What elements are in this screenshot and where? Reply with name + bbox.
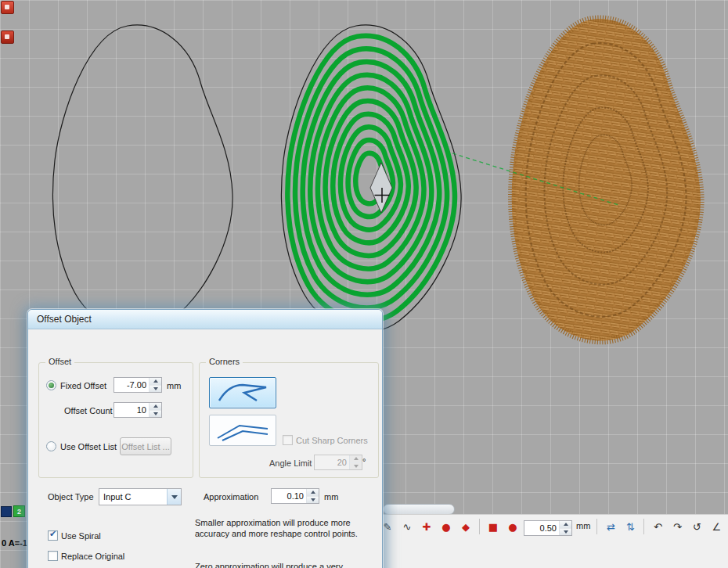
stitch-length-unit: mm [576, 521, 590, 530]
layer-badges: 2 [1, 505, 25, 517]
bottom-toolbar: ✎ ∿ ✚ ● ◆ ■ ● mm ⇄ ⇅ ↶ ↷ ↺ ∠ [374, 514, 728, 568]
angle-limit-stepper [314, 455, 362, 470]
approximation-help-text-1: Smaller approximation will produce more … [195, 517, 377, 540]
spin-down-icon[interactable] [150, 386, 161, 393]
toolbox-icon-red-1[interactable] [1, 1, 14, 14]
spin-up-icon [350, 455, 362, 463]
use-offset-list-label: Use Offset List [60, 442, 117, 451]
dialog-body: Offset Fixed Offset mm Offset Count [28, 329, 382, 568]
angle-limit-label: Angle Limit [269, 458, 312, 468]
dialog-title: Offset Object [37, 314, 92, 325]
chevron-down-icon[interactable] [167, 489, 181, 505]
cut-sharp-corners-checkbox[interactable] [283, 435, 293, 445]
replace-original-label: Replace Original [61, 552, 124, 561]
diamond-point-icon[interactable]: ◆ [457, 518, 474, 535]
rotate-cw-icon[interactable]: ↷ [669, 518, 686, 535]
fixed-offset-stepper[interactable] [114, 377, 162, 393]
rotate-ccw-icon[interactable]: ↶ [649, 518, 666, 535]
offset-count-label: Offset Count [64, 406, 113, 415]
spin-down-icon[interactable] [307, 497, 319, 504]
offset-object-dialog: Offset Object Offset Fixed Offset mm Off… [27, 309, 383, 568]
curve-tool-icon[interactable]: ∿ [398, 518, 416, 535]
layer-color-swatch[interactable] [1, 506, 12, 517]
exit-point-icon[interactable]: ● [504, 518, 521, 535]
approximation-input[interactable] [272, 489, 306, 503]
use-spiral-checkbox[interactable] [48, 530, 58, 541]
fixed-offset-input[interactable] [114, 378, 149, 392]
stitched-shape [512, 19, 701, 340]
flip-vertical-icon[interactable]: ⇅ [622, 518, 639, 535]
object-type-dropdown[interactable]: Input C [99, 488, 182, 505]
use-offset-list-radio[interactable] [46, 441, 56, 451]
fixed-offset-radio[interactable] [46, 380, 56, 390]
toolbar-separator [596, 519, 597, 534]
fixed-offset-unit: mm [167, 381, 181, 390]
entry-point-icon[interactable]: ■ [485, 518, 502, 535]
sharp-corner-style-button[interactable] [209, 377, 276, 408]
spin-down-icon[interactable] [150, 411, 161, 418]
cut-sharp-corners-label: Cut Sharp Corners [296, 436, 368, 445]
angle-limit-input [315, 455, 349, 469]
corners-group-label: Corners [206, 357, 243, 366]
angle-limit-unit: ° [362, 457, 366, 466]
add-point-icon[interactable]: ✚ [418, 518, 435, 535]
flip-horizontal-icon[interactable]: ⇄ [602, 518, 619, 535]
corners-groupbox: Corners Cut Sharp Corners Angle Limit [199, 362, 379, 478]
spin-down-icon [350, 463, 362, 470]
outline-shape [52, 25, 232, 332]
dialog-titlebar[interactable]: Offset Object [28, 310, 382, 329]
stitch-length-input[interactable] [524, 521, 559, 535]
replace-original-checkbox[interactable] [48, 551, 58, 561]
toolbar-separator [643, 519, 644, 534]
offset-group-label: Offset [45, 357, 74, 366]
offset-groupbox: Offset Fixed Offset mm Offset Count [38, 362, 193, 478]
object-type-value: Input C [99, 489, 167, 505]
spin-down-icon[interactable] [560, 529, 571, 536]
approximation-help-text-2: Zero approximation will produce a very a… [195, 561, 377, 568]
use-spiral-label: Use Spiral [61, 531, 101, 541]
approximation-stepper[interactable] [271, 488, 319, 504]
spiral-offset-shape [281, 25, 461, 332]
approximation-label: Approximation [204, 492, 258, 501]
offset-list-button[interactable]: Offset List ... [120, 437, 171, 455]
spin-up-icon[interactable] [150, 403, 161, 411]
offset-count-input[interactable] [114, 403, 149, 417]
approximation-unit: mm [324, 492, 338, 501]
spin-up-icon[interactable] [307, 489, 319, 497]
sharp-corner-icon [211, 379, 274, 405]
horizontal-scrollbar-thumb[interactable] [383, 504, 455, 515]
offset-count-stepper[interactable] [114, 402, 162, 418]
spin-up-icon[interactable] [560, 521, 571, 529]
stitch-length-stepper[interactable] [524, 520, 572, 536]
toolbox-icon-red-2[interactable] [1, 31, 14, 44]
toolbar-separator [479, 519, 480, 534]
stitch-marker-icon[interactable]: ● [438, 518, 455, 535]
cut-corner-style-button[interactable] [209, 415, 276, 446]
spin-up-icon[interactable] [150, 378, 161, 386]
cut-corner-icon [211, 416, 274, 443]
angle-tool-icon[interactable]: ∠ [708, 518, 725, 535]
layer-number-badge[interactable]: 2 [13, 505, 25, 517]
rotate-reset-icon[interactable]: ↺ [688, 518, 705, 535]
fixed-offset-label: Fixed Offset [60, 381, 106, 390]
object-type-label: Object Type [48, 492, 94, 501]
